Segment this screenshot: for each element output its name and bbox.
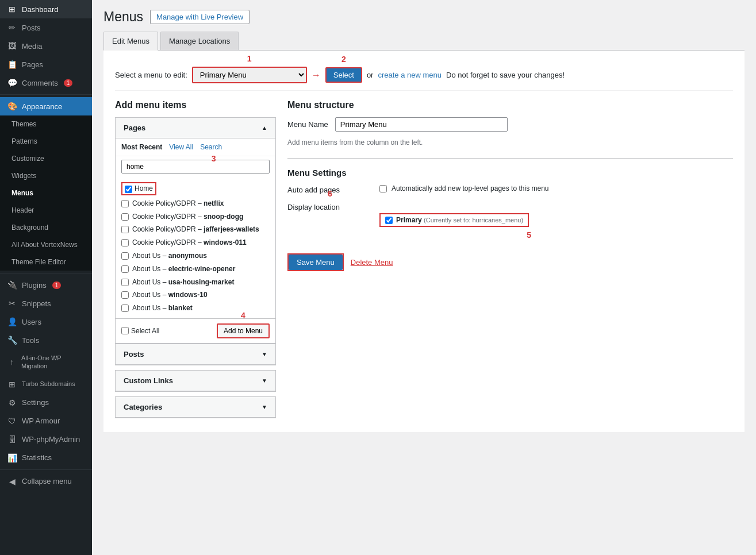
page-label-about4: About Us – windows-10: [132, 290, 208, 300]
tools-icon: 🔧: [7, 336, 17, 345]
pages-icon: 📋: [7, 60, 17, 69]
page-label-cookie3: Cookie Policy/GDPR – jafferjees-wallets: [132, 225, 259, 234]
sidebar-item-tools[interactable]: 🔧 Tools: [0, 331, 92, 349]
sidebar-item-appearance[interactable]: 🎨 Appearance: [0, 97, 92, 115]
page-header: Menus Manage with Live Preview: [103, 9, 745, 25]
auto-add-checkbox[interactable]: [379, 185, 387, 192]
sidebar-item-statistics[interactable]: 📊 Statistics: [0, 449, 92, 467]
posts-panel: Posts ▼: [115, 344, 276, 365]
page-checkbox-cookie1[interactable]: [121, 200, 129, 207]
collapse-icon: ◀: [7, 477, 17, 486]
sidebar-item-collapse[interactable]: ◀ Collapse menu: [0, 472, 92, 491]
tab-view-all[interactable]: View All: [169, 143, 193, 151]
plugins-icon: 🔌: [7, 280, 17, 290]
sidebar: ⊞ Dashboard ✏ Posts 🖼 Media 📋 Pages 💬 Co…: [0, 0, 92, 555]
page-checkbox-about2[interactable]: [121, 265, 129, 273]
sidebar-item-header[interactable]: Header: [0, 202, 92, 219]
divider2: [0, 273, 92, 273]
page-checkbox-about3[interactable]: [121, 279, 129, 286]
sidebar-item-plugins[interactable]: 🔌 Plugins 1: [0, 276, 92, 294]
sidebar-item-themes[interactable]: Themes: [0, 115, 92, 133]
live-preview-button[interactable]: Manage with Live Preview: [150, 10, 250, 24]
page-checkbox-cookie4[interactable]: [121, 239, 129, 246]
list-item: Home: [121, 180, 270, 197]
page-checkbox-cookie3[interactable]: [121, 226, 129, 233]
sidebar-item-pages[interactable]: 📋 Pages: [0, 55, 92, 74]
menu-select-dropdown[interactable]: Primary Menu: [192, 67, 307, 83]
list-item: About Us – windows-10: [121, 288, 270, 302]
tab-edit-menus[interactable]: Edit Menus: [103, 32, 158, 51]
select-all-wrap: Select All: [121, 327, 159, 335]
page-label-about1: About Us – anonymous: [132, 251, 207, 261]
menu-name-label: Menu Name: [287, 120, 328, 129]
sidebar-item-themefile[interactable]: Theme File Editor: [0, 253, 92, 271]
sidebar-item-users[interactable]: 👤 Users: [0, 313, 92, 331]
categories-panel-header[interactable]: Categories ▼: [116, 397, 275, 418]
save-menu-button[interactable]: Save Menu: [289, 255, 343, 270]
select-button[interactable]: Select: [325, 67, 362, 83]
pages-search-input[interactable]: [121, 160, 270, 174]
comments-icon: 💬: [7, 78, 17, 87]
arrow-icon: →: [312, 70, 321, 80]
tab-manage-locations[interactable]: Manage Locations: [160, 32, 239, 50]
tab-search[interactable]: Search: [200, 143, 222, 151]
or-text: or: [367, 71, 374, 79]
sidebar-item-turbo[interactable]: ⊞ Turbo Subdomains: [0, 375, 92, 394]
custom-links-chevron-icon: ▼: [262, 377, 267, 384]
appearance-submenu: Themes Patterns Customize Widgets Menus …: [0, 115, 92, 271]
auto-add-option-label: Automatically add new top-level pages to…: [392, 184, 549, 192]
custom-links-panel-header[interactable]: Custom Links ▼: [116, 371, 275, 391]
page-checkbox-about5[interactable]: [121, 305, 129, 312]
pages-panel-title: Pages: [124, 124, 145, 132]
select-menu-label: Select a menu to edit:: [115, 71, 187, 79]
content-area: Select a menu to edit: 1 Primary Menu → …: [103, 51, 745, 432]
menu-settings-title: Menu Settings: [287, 158, 733, 178]
sidebar-item-wparmour[interactable]: 🛡 WP Armour: [0, 412, 92, 430]
sidebar-item-media[interactable]: 🖼 Media: [0, 37, 92, 55]
pages-panel-header[interactable]: Pages ▲: [116, 118, 275, 138]
sidebar-item-allinone[interactable]: ↑ All-in-One WP Migration: [0, 349, 92, 375]
comments-badge: 1: [64, 79, 73, 87]
dashboard-icon: ⊞: [7, 5, 17, 14]
page-checkbox-home[interactable]: [125, 186, 132, 193]
plugins-badge: 1: [52, 282, 62, 289]
primary-location-option: 5 Primary (Currently set to: hurricanes_…: [379, 213, 733, 227]
sidebar-item-menus[interactable]: Menus: [0, 184, 92, 202]
pages-footer: Select All 4 Add to Menu: [116, 318, 275, 343]
sidebar-item-wpmyadmin[interactable]: 🗄 WP-phpMyAdmin: [0, 430, 92, 449]
sidebar-item-patterns[interactable]: Patterns: [0, 133, 92, 150]
sidebar-item-widgets[interactable]: Widgets: [0, 167, 92, 184]
select-all-checkbox[interactable]: [121, 327, 129, 334]
display-location-label: Display location: [287, 202, 368, 211]
sidebar-item-snippets[interactable]: ✂ Snippets: [0, 294, 92, 313]
page-checkbox-about1[interactable]: [121, 252, 129, 260]
delete-menu-button[interactable]: Delete Menu: [351, 258, 393, 267]
tab-most-recent[interactable]: Most Recent: [121, 143, 162, 151]
display-location-row: 6 Display location 5: [287, 202, 733, 230]
sidebar-item-customize[interactable]: Customize: [0, 150, 92, 167]
sidebar-item-posts[interactable]: ✏ Posts: [0, 18, 92, 37]
add-items-title: Add menu items: [115, 100, 276, 110]
primary-checkbox[interactable]: [385, 217, 393, 224]
add-to-menu-button[interactable]: Add to Menu: [217, 323, 270, 338]
menu-structure-title: Menu structure: [287, 100, 733, 110]
page-checkbox-cookie2[interactable]: [121, 213, 129, 221]
page-label-home: Home: [135, 184, 153, 194]
page-label-cookie2: Cookie Policy/GDPR – snoop-dogg: [132, 212, 243, 222]
annotation-1: 1: [247, 54, 252, 63]
sidebar-item-allabout[interactable]: All About VortexNews: [0, 236, 92, 253]
settings-icon: ⚙: [7, 398, 17, 407]
page-label-about3: About Us – usa-housing-market: [132, 278, 234, 287]
sidebar-item-background[interactable]: Background: [0, 219, 92, 236]
create-new-menu-link[interactable]: create a new menu: [378, 71, 442, 79]
reminder-text: Do not forget to save your changes!: [446, 71, 565, 79]
page-checkbox-about4[interactable]: [121, 291, 129, 299]
menu-name-input[interactable]: [335, 117, 508, 132]
annotation-6: 6: [328, 189, 332, 198]
sidebar-item-dashboard[interactable]: ⊞ Dashboard: [0, 0, 92, 18]
sidebar-item-settings[interactable]: ⚙ Settings: [0, 394, 92, 412]
posts-panel-header[interactable]: Posts ▼: [116, 344, 275, 365]
sidebar-item-comments[interactable]: 💬 Comments 1: [0, 74, 92, 92]
list-item: About Us – electric-wine-opener: [121, 263, 270, 276]
select-menu-row: Select a menu to edit: 1 Primary Menu → …: [115, 60, 733, 91]
